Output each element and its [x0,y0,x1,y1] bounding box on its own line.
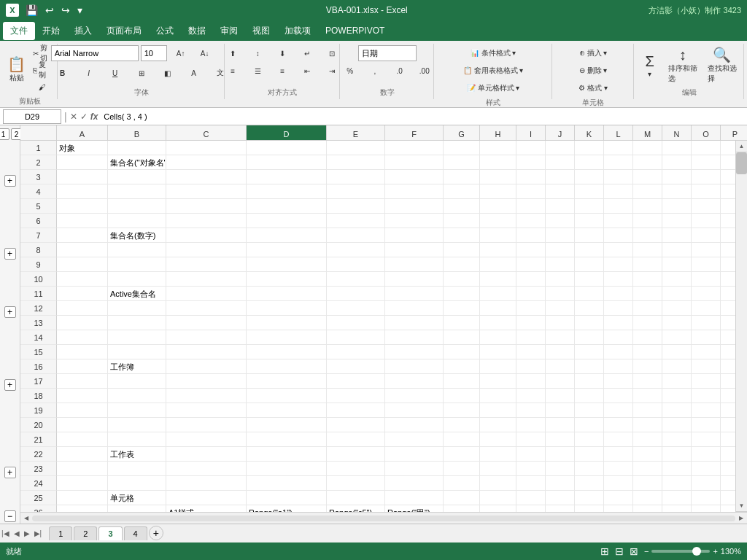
italic-button[interactable]: I [77,65,101,81]
grid-cell[interactable] [516,228,546,242]
grid-cell[interactable] [108,374,166,388]
grid-cell[interactable] [516,199,546,213]
grid-cell[interactable] [57,374,108,388]
grid-cell[interactable] [575,359,604,373]
grid-cell[interactable] [247,345,327,359]
grid-cell[interactable] [692,505,721,512]
grid-cell[interactable] [385,491,444,505]
grid-cell[interactable] [721,199,735,213]
grid-cell[interactable] [633,432,662,446]
grid-cell[interactable] [546,359,575,373]
grid-cell[interactable] [546,287,575,300]
grid-cell[interactable] [480,345,516,359]
grid-cell[interactable] [662,184,692,198]
grid-cell[interactable] [57,359,108,373]
grid-cell[interactable]: 工作簿 [108,359,166,373]
grid-cell[interactable] [247,243,327,257]
grid-cell[interactable] [546,403,575,417]
grid-cell[interactable] [247,330,327,344]
menu-insert[interactable]: 插入 [67,22,99,40]
col-header-J[interactable]: J [546,125,575,140]
align-center-btn[interactable]: ☰ [246,63,269,79]
grid-cell[interactable] [385,403,444,417]
grid-cell[interactable] [57,155,108,169]
grid-cell[interactable] [108,184,166,198]
grid-cell[interactable] [721,476,735,490]
grid-cell[interactable] [108,170,166,184]
grid-cell[interactable] [57,505,108,512]
grid-cell[interactable] [546,301,575,315]
grid-cell[interactable] [721,389,735,402]
grid-cell[interactable] [327,491,385,505]
grid-cell[interactable] [480,491,516,505]
grid-cell[interactable] [247,141,327,155]
grid-cell[interactable] [327,228,385,242]
grid-cell[interactable] [546,155,575,169]
grid-cell[interactable] [575,184,604,198]
insert-function-icon[interactable]: fx [90,112,98,122]
grid-cell[interactable] [604,272,633,286]
grid-cell[interactable] [575,272,604,286]
grid-cell[interactable] [247,432,327,446]
grid-cell[interactable] [692,374,721,388]
grid-cell[interactable] [166,462,247,475]
fill-color-button[interactable]: ◧ [156,65,179,81]
row-number-cell[interactable]: 12 [20,301,57,316]
grid-cell[interactable] [166,432,247,446]
row-number-cell[interactable]: 19 [20,403,57,418]
grid-cell[interactable] [385,389,444,402]
grid-cell[interactable] [604,257,633,271]
increase-decimal-btn[interactable]: .0 [388,63,411,79]
cell-reference-box[interactable] [3,109,61,124]
outline-plus-row22-btn[interactable]: + [4,467,16,478]
grid-cell[interactable] [575,345,604,359]
grid-cell[interactable] [692,184,721,198]
grid-cell[interactable] [604,301,633,315]
grid-cell[interactable] [108,462,166,475]
row-number-cell[interactable]: 7 [20,228,57,243]
grid-cell[interactable] [662,432,692,446]
grid-cell[interactable] [166,214,247,228]
grid-cell[interactable] [385,418,444,432]
grid-cell[interactable] [604,199,633,213]
sheet-next-btn[interactable]: ▶ [23,528,31,539]
grid-cell[interactable] [604,243,633,257]
grid-cell[interactable]: 集合名(数字) [108,228,166,242]
grid-cell[interactable] [327,287,385,300]
grid-cell[interactable] [692,243,721,257]
col-header-A[interactable]: A [57,125,108,140]
grid-cell[interactable] [633,199,662,213]
grid-cell[interactable] [166,476,247,490]
grid-cell[interactable] [546,170,575,184]
grid-cell[interactable] [385,155,444,169]
grid-cell[interactable] [721,301,735,315]
grid-cell[interactable] [108,403,166,417]
save-quick-btn[interactable]: 💾 [23,3,40,18]
grid-cell[interactable] [662,155,692,169]
col-header-I[interactable]: I [516,125,546,140]
sheet-scroll-controls[interactable]: |◀ ◀ ▶ ▶| [0,528,43,539]
font-size-selector[interactable]: 10 [141,45,167,61]
align-top-btn[interactable]: ⬆ [221,45,244,61]
grid-cell[interactable] [662,359,692,373]
grid-cell[interactable] [327,432,385,446]
grid-cell[interactable] [166,257,247,271]
outline-plus-row2-btn[interactable]: + [4,175,16,187]
sheet-last-btn[interactable]: ▶| [33,528,44,539]
grid-cell[interactable] [247,184,327,198]
grid-cell[interactable] [444,403,480,417]
grid-cell[interactable] [57,491,108,505]
grid-cell[interactable] [575,505,604,512]
grid-cell[interactable] [385,243,444,257]
number-format-selector[interactable]: 日期 [358,45,417,61]
menu-view[interactable]: 视图 [245,22,277,40]
row-number-cell[interactable]: 21 [20,432,57,447]
scroll-track[interactable] [736,152,747,500]
grid-cell[interactable] [721,170,735,184]
grid-cell[interactable] [480,170,516,184]
grid-cell[interactable] [444,491,480,505]
grid-cell[interactable] [575,316,604,330]
grid-cell[interactable] [721,257,735,271]
menu-file[interactable]: 文件 [3,22,35,40]
grid-cell[interactable] [633,257,662,271]
